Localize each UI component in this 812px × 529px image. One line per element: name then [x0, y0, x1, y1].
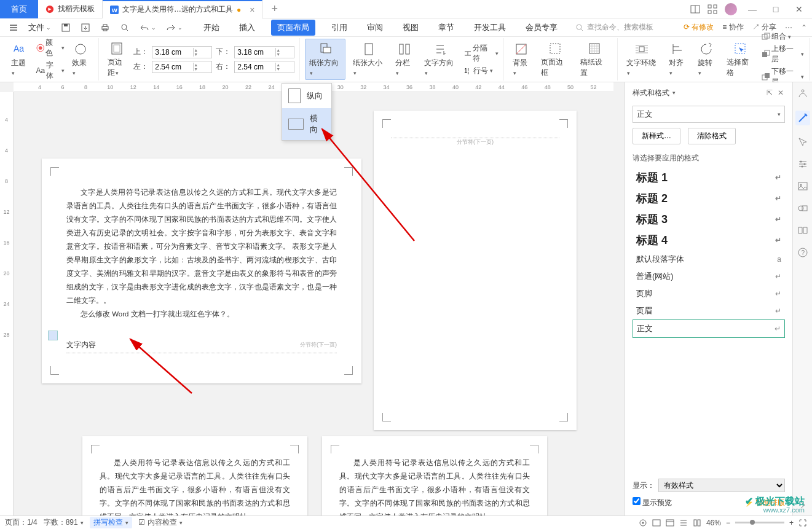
- tab-member[interactable]: 会员专享: [522, 20, 561, 36]
- margin-left-input[interactable]: ▲▼: [152, 61, 212, 73]
- text-direction-button[interactable]: 文字方向▾: [420, 39, 460, 79]
- save-icon[interactable]: [57, 20, 74, 35]
- line-numbers-button[interactable]: 1¦行号▾: [463, 66, 499, 76]
- tab-template-store[interactable]: 找稻壳模板: [38, 0, 103, 18]
- show-filter-select[interactable]: 有效样式: [658, 479, 785, 492]
- margin-right-input[interactable]: ▲▼: [234, 61, 294, 73]
- body-text[interactable]: 是人类用符号记录表达信息以传之久远的方式和工具。现代文字大多是记录语言的工具。人…: [339, 456, 530, 515]
- user-avatar[interactable]: [725, 3, 737, 15]
- footer-text[interactable]: 文字内容分节符(下一页): [66, 338, 337, 353]
- styles-pane-icon[interactable]: [795, 111, 810, 125]
- apps-icon[interactable]: [708, 4, 717, 14]
- spell-check-toggle[interactable]: 拼写检查 ▾: [90, 517, 132, 528]
- page-border-button[interactable]: 页面边框: [537, 39, 573, 80]
- settings-slider-icon[interactable]: [797, 159, 808, 170]
- word-count[interactable]: 字数：891 ▾: [44, 517, 84, 528]
- text-wrap-button[interactable]: 文字环绕▾: [623, 39, 662, 79]
- vertical-scrollbar[interactable]: [616, 95, 623, 513]
- assistant-icon[interactable]: [797, 88, 808, 100]
- pin-icon[interactable]: ⇱: [765, 87, 774, 98]
- margins-button[interactable]: 页边距▾: [104, 39, 130, 80]
- style-item[interactable]: 标题 4↵: [633, 230, 785, 251]
- theme-color-button[interactable]: 颜色▾: [36, 37, 65, 58]
- style-item[interactable]: 页眉↵: [633, 302, 785, 319]
- print-preview-icon[interactable]: [116, 20, 133, 35]
- theme-button[interactable]: Aa主题▾: [7, 39, 33, 79]
- reading-icon[interactable]: [797, 225, 808, 236]
- orientation-portrait[interactable]: 纵向: [282, 84, 331, 108]
- image-tool-icon[interactable]: [797, 181, 808, 192]
- theme-font-button[interactable]: Aa 字体▾: [36, 60, 65, 81]
- tab-document-active[interactable]: W 文字是人类用符…远的方式和工具 ● ×: [103, 0, 262, 18]
- fullscreen-icon[interactable]: [798, 519, 807, 527]
- tab-insert[interactable]: 插入: [235, 20, 259, 36]
- body-text[interactable]: 怎么修改 Word 文档一打字就出现红色字体？。: [66, 307, 337, 321]
- zoom-label[interactable]: 46%: [706, 519, 721, 527]
- orientation-landscape[interactable]: 横向: [282, 108, 331, 140]
- pages-canvas[interactable]: 文字是人类用符号记录表达信息以传之久远的方式和工具。现代文字大多是记录语言的工具…: [14, 92, 613, 515]
- web-layout-icon[interactable]: [666, 519, 674, 527]
- show-preview-checkbox[interactable]: 显示预览: [633, 497, 672, 508]
- close-window-button[interactable]: ✕: [791, 4, 807, 14]
- theme-effects-button[interactable]: 效果▾: [68, 39, 93, 79]
- reading-layout-icon[interactable]: [690, 4, 700, 14]
- tab-chapter[interactable]: 章节: [435, 20, 458, 36]
- tab-review[interactable]: 审阅: [363, 20, 387, 36]
- style-item[interactable]: 标题 3↵: [633, 209, 785, 230]
- style-item[interactable]: 页脚↵: [633, 285, 785, 302]
- page-1[interactable]: 文字是人类用符号记录表达信息以传之久远的方式和工具。现代文字大多是记录语言的工具…: [42, 159, 361, 383]
- current-style-select[interactable]: 正文▾: [633, 106, 785, 123]
- close-icon[interactable]: ×: [250, 5, 254, 15]
- style-item[interactable]: 标题 1↵: [633, 167, 785, 188]
- app-menu-button[interactable]: [5, 20, 22, 35]
- more-menu-icon[interactable]: ⋯: [785, 23, 792, 32]
- select-icon[interactable]: [797, 136, 808, 147]
- tab-page-layout[interactable]: 页面布局: [271, 20, 315, 36]
- breaks-button[interactable]: 分隔符▾: [463, 43, 499, 64]
- collapse-ribbon-icon[interactable]: ⌃: [801, 23, 807, 32]
- outline-view-icon[interactable]: [679, 519, 688, 527]
- save-as-icon[interactable]: [77, 20, 94, 35]
- tab-home[interactable]: 首页: [0, 0, 38, 18]
- columns-button[interactable]: 分栏▾: [392, 39, 417, 79]
- style-item[interactable]: 普通(网站)↵: [633, 268, 785, 285]
- style-item[interactable]: 正文↵: [633, 319, 785, 338]
- zoom-slider[interactable]: [735, 522, 784, 523]
- tab-references[interactable]: 引用: [328, 20, 351, 36]
- page-indicator[interactable]: 页面：1/4: [5, 517, 37, 528]
- new-tab-button[interactable]: +: [262, 2, 286, 15]
- zoom-in-button[interactable]: +: [789, 519, 794, 527]
- page-4[interactable]: 是人类用符号记录表达信息以传之久远的方式和工具。现代文字大多是记录语言的工具。人…: [322, 436, 547, 515]
- draft-paper-button[interactable]: 稿纸设置: [577, 39, 612, 80]
- view-mode-icon[interactable]: [652, 519, 661, 527]
- zoom-out-button[interactable]: −: [726, 519, 730, 527]
- undo-button[interactable]: ⌄: [136, 20, 160, 35]
- tab-developer[interactable]: 开发工具: [470, 20, 510, 36]
- align-button[interactable]: 对齐▾: [665, 39, 690, 79]
- tab-view[interactable]: 视图: [399, 20, 422, 36]
- clear-format-button[interactable]: 清除格式: [688, 128, 736, 144]
- style-item[interactable]: 默认段落字体a: [633, 251, 785, 268]
- shape-tool-icon[interactable]: [797, 203, 808, 214]
- redo-button[interactable]: ⌄: [162, 20, 186, 35]
- toc-marker-icon[interactable]: [48, 331, 58, 340]
- bring-forward-button[interactable]: 上移一层▾: [762, 44, 804, 65]
- page-3[interactable]: 是人类用符号记录表达信息以传之久远的方式和工具。现代文字大多是记录语言的工具。人…: [82, 436, 307, 515]
- margin-bottom-input[interactable]: ▲▼: [234, 46, 294, 58]
- selection-pane-button[interactable]: 选择窗格: [723, 39, 759, 80]
- paper-size-button[interactable]: 纸张大小▾: [349, 39, 388, 79]
- margin-top-input[interactable]: ▲▼: [152, 46, 212, 58]
- reading-view-icon[interactable]: [693, 519, 701, 527]
- content-check-toggle[interactable]: ☑ 内容检查 ▾: [138, 517, 183, 528]
- background-button[interactable]: 背景▾: [509, 39, 534, 79]
- tab-start[interactable]: 开始: [200, 20, 223, 36]
- minimize-button[interactable]: —: [744, 4, 760, 14]
- style-list[interactable]: 标题 1↵标题 2↵标题 3↵标题 4↵默认段落字体a普通(网站)↵页脚↵页眉↵…: [633, 167, 785, 476]
- vertical-ruler[interactable]: 4481216202428: [0, 92, 14, 515]
- maximize-button[interactable]: □: [768, 4, 784, 14]
- print-icon[interactable]: [97, 20, 114, 35]
- orientation-button[interactable]: 纸张方向▾: [305, 39, 345, 80]
- new-style-button[interactable]: 新样式…: [633, 128, 680, 144]
- body-text[interactable]: 是人类用符号记录表达信息以传之久远的方式和工具。现代文字大多是记录语言的工具。人…: [100, 456, 290, 515]
- body-text[interactable]: 文字是人类用符号记录表达信息以传之久远的方式和工具。现代文字大多是记录语言的工具…: [66, 186, 337, 307]
